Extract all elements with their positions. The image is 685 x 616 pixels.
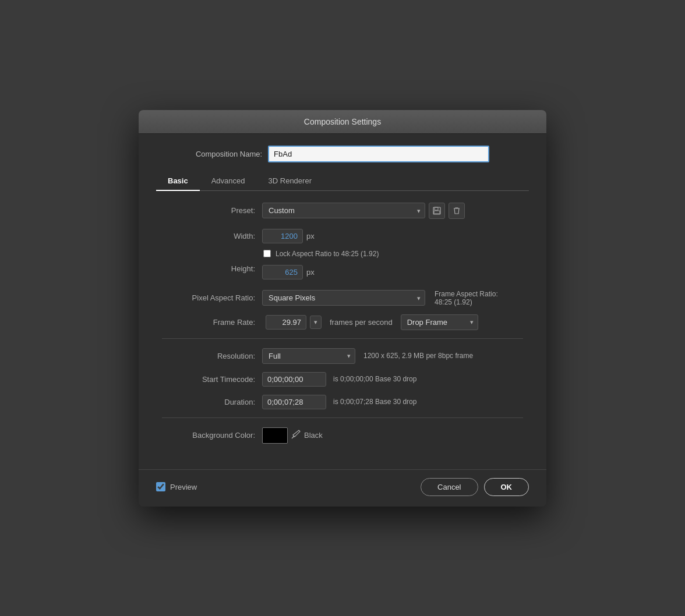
par-label: Pixel Aspect Ratio: — [162, 293, 255, 302]
tab-3d-renderer[interactable]: 3D Renderer — [257, 172, 323, 191]
start-timecode-note: is 0;00;00;00 Base 30 drop — [333, 375, 416, 383]
width-label: Width: — [162, 232, 255, 240]
footer-buttons: Cancel OK — [421, 478, 529, 496]
frame-aspect-label: Frame Aspect Ratio: — [435, 290, 498, 298]
comp-name-label: Composition Name: — [196, 150, 262, 158]
drop-frame-wrapper: Drop Frame Non Drop Frame — [401, 314, 478, 330]
resolution-label: Resolution: — [162, 352, 255, 360]
width-unit: px — [306, 232, 315, 240]
start-timecode-label: Start Timecode: — [162, 375, 255, 384]
divider-1 — [162, 338, 523, 339]
framerate-dropdown-btn[interactable]: ▾ — [310, 316, 322, 329]
dialog-footer: Preview Cancel OK — [139, 469, 546, 507]
start-timecode-input[interactable] — [262, 372, 326, 387]
resolution-dropdown-wrapper: Full Half Third Quarter Custom — [262, 348, 355, 364]
frame-aspect-section: Frame Aspect Ratio: 48:25 (1.92) — [435, 290, 498, 306]
par-dropdown[interactable]: Square Pixels D1/DV NTSC D1/DV PAL Anamo… — [262, 290, 425, 306]
preset-dropdown-wrapper: Custom HDTV 1080 29.97 HDTV 720 29.97 Fi… — [262, 203, 425, 218]
basic-tab-content: Preset: Custom HDTV 1080 29.97 HDTV 720 … — [156, 191, 529, 458]
framerate-input[interactable] — [266, 315, 306, 330]
resolution-info: 1200 x 625, 2.9 MB per 8bpc frame — [363, 352, 473, 360]
height-input[interactable] — [262, 265, 303, 279]
lock-aspect-label: Lock Aspect Ratio to 48:25 (1.92) — [276, 250, 379, 258]
fps-label: frames per second — [330, 318, 393, 327]
tab-basic[interactable]: Basic — [156, 172, 200, 191]
title-bar: Composition Settings — [139, 110, 546, 134]
duration-note: is 0;00;07;28 Base 30 drop — [333, 398, 416, 406]
resolution-row: Resolution: Full Half Third Quarter Cust… — [162, 348, 523, 364]
framerate-label: Frame Rate: — [162, 318, 255, 327]
height-unit: px — [306, 268, 315, 277]
resolution-dropdown[interactable]: Full Half Third Quarter Custom — [262, 348, 355, 364]
frame-aspect-value: 48:25 (1.92) — [435, 298, 498, 306]
dim-inputs-col: px Lock Aspect Ratio to 48:25 (1.92) px — [262, 227, 379, 282]
svg-rect-2 — [434, 211, 440, 214]
duration-row: Duration: is 0;00;07;28 Base 30 drop — [162, 395, 523, 409]
eyedropper-button[interactable] — [288, 430, 304, 441]
bg-color-row: Background Color: Black — [162, 427, 523, 444]
dim-labels-col: Width: Height: — [162, 227, 255, 278]
par-row: Pixel Aspect Ratio: Square Pixels D1/DV … — [162, 290, 523, 306]
composition-settings-dialog: Composition Settings Composition Name: B… — [139, 110, 546, 507]
tabs-container: Basic Advanced 3D Renderer — [156, 172, 529, 191]
preset-label: Preset: — [162, 206, 255, 215]
preview-label: Preview — [170, 483, 197, 491]
duration-input[interactable] — [262, 395, 326, 409]
divider-2 — [162, 417, 523, 418]
svg-rect-1 — [435, 207, 438, 210]
delete-preset-button[interactable] — [449, 203, 465, 219]
preview-checkbox[interactable] — [156, 482, 165, 491]
save-preset-button[interactable] — [429, 203, 445, 219]
framerate-row: Frame Rate: ▾ frames per second Drop Fra… — [162, 314, 523, 330]
preview-section: Preview — [156, 482, 197, 491]
lock-aspect-checkbox[interactable] — [263, 250, 271, 257]
dimensions-section: Width: Height: px Loc — [162, 227, 523, 282]
duration-label: Duration: — [162, 398, 255, 406]
preset-dropdown[interactable]: Custom HDTV 1080 29.97 HDTV 720 29.97 Fi… — [262, 203, 425, 218]
bg-color-label: Background Color: — [162, 431, 255, 440]
par-dropdown-wrapper: Square Pixels D1/DV NTSC D1/DV PAL Anamo… — [262, 290, 425, 306]
comp-name-input[interactable] — [268, 146, 489, 162]
bg-color-swatch[interactable] — [262, 427, 288, 444]
preset-row: Preset: Custom HDTV 1080 29.97 HDTV 720 … — [162, 203, 523, 219]
dialog-title: Composition Settings — [304, 117, 381, 126]
start-timecode-row: Start Timecode: is 0;00;00;00 Base 30 dr… — [162, 372, 523, 387]
tab-advanced[interactable]: Advanced — [200, 172, 257, 191]
dialog-body: Composition Name: Basic Advanced 3D Rend… — [139, 134, 546, 469]
comp-name-row: Composition Name: — [156, 146, 529, 162]
width-input[interactable] — [262, 229, 303, 243]
ok-button[interactable]: OK — [484, 478, 529, 496]
drop-frame-dropdown[interactable]: Drop Frame Non Drop Frame — [401, 314, 478, 330]
bg-color-name: Black — [304, 431, 323, 440]
cancel-button[interactable]: Cancel — [421, 478, 478, 496]
height-label: Height: — [162, 264, 255, 273]
